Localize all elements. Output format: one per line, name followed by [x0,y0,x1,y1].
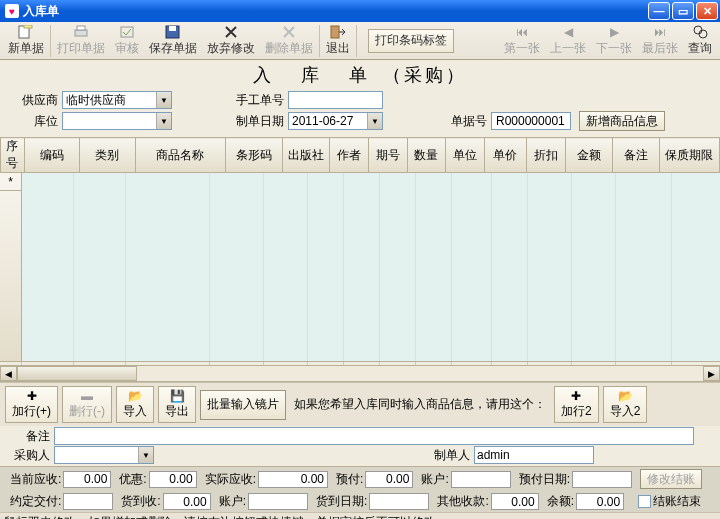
header-form: 供应商 临时供应商▼ 手工单号 库位 ▼ 制单日期 2011-06-27▼ 单据… [0,89,720,137]
export-button[interactable]: 💾导出 [158,386,196,423]
discard-button[interactable]: 放弃修改 [202,24,260,58]
make-date-picker[interactable]: 2011-06-27▼ [288,112,383,130]
nav-next-button[interactable]: ▶下一张 [591,24,637,58]
exit-button[interactable]: 退出 [321,24,355,58]
supplier-combo[interactable]: 临时供应商▼ [62,91,172,109]
totals-cell [616,362,672,365]
horizontal-scrollbar[interactable]: ◀ ▶ [0,365,720,382]
del-row-button[interactable]: ▬删行(-) [62,386,112,423]
owed-label: 货到收: [115,493,160,510]
remark-label: 备注 [6,428,54,445]
discount-label: 优惠: [113,471,146,488]
cur-recv-label: 当前应收: [4,471,61,488]
column-header[interactable]: 商品名称 [135,138,225,173]
next-icon: ▶ [605,25,623,40]
add-goods-button[interactable]: 新增商品信息 [579,111,665,131]
column-header[interactable]: 保质期限 [659,138,719,173]
column-header[interactable]: 金额 [565,138,612,173]
totals-cell: 0.00 [528,362,572,365]
scroll-right-icon[interactable]: ▶ [703,366,720,381]
print-doc-button[interactable]: 打印单据 [52,24,110,58]
column-header[interactable]: 序号 [1,138,25,173]
exit-icon [329,25,347,40]
column-header[interactable]: 备注 [612,138,659,173]
add-row-button[interactable]: ✚加行(+) [5,386,58,423]
agreed-field[interactable] [63,493,113,510]
import2-button[interactable]: 📂导入2 [603,386,648,423]
account-label: 账户: [415,471,448,488]
close-button[interactable]: ✕ [696,2,718,20]
close-checkbox[interactable] [638,495,651,508]
doc-no-value: R000000001 [491,112,571,130]
column-header[interactable]: 数量 [407,138,446,173]
column-header[interactable]: 作者 [330,138,369,173]
batch-lens-button[interactable]: 批量输入镜片 [200,390,286,420]
real-recv-field[interactable]: 0.00 [258,471,328,488]
import-button[interactable]: 📂导入 [116,386,154,423]
svg-rect-1 [24,25,32,28]
delete-doc-button[interactable]: 删除单据 [260,24,318,58]
save-icon [164,25,182,40]
main-grid[interactable]: 序号编码类别商品名称条形码出版社作者期号数量单位单价折扣金额备注保质期限 * 0… [0,137,720,365]
cur-recv-field[interactable]: 0.00 [63,471,111,488]
make-date-label: 制单日期 [232,113,288,130]
minimize-button[interactable]: — [648,2,670,20]
owed-date-label: 货到日期: [310,493,367,510]
account-field[interactable] [451,471,511,488]
totals-cell: 0 [380,362,416,365]
column-header[interactable]: 条形码 [225,138,283,173]
add-row2-button[interactable]: ✚加行2 [554,386,599,423]
first-icon: ⏮ [513,25,531,40]
column-header[interactable]: 编码 [24,138,80,173]
maker-input[interactable] [474,446,594,464]
svg-rect-2 [75,30,87,36]
print-icon [72,25,90,40]
hint-text: 如果您希望入库同时输入商品信息，请用这个： [290,396,550,413]
audit-button[interactable]: 审核 [110,24,144,58]
maximize-button[interactable]: ▭ [672,2,694,20]
totals-band: 当前应收:0.00 优惠:0.00 实际应收:0.00 预付:0.00 账户: … [0,466,720,512]
totals-cell [126,362,210,365]
remark-input[interactable] [54,427,694,445]
svg-rect-7 [331,26,339,38]
column-header[interactable]: 折扣 [527,138,566,173]
title-bar: ♥ 入库单 — ▭ ✕ [0,0,720,22]
print-barcode-button[interactable]: 打印条码标签 [368,29,454,53]
chevron-down-icon: ▼ [367,113,382,129]
balance-field[interactable]: 0.00 [576,493,624,510]
column-header[interactable]: 期号 [369,138,408,173]
discount-field[interactable]: 0.00 [149,471,197,488]
scroll-thumb[interactable] [17,366,137,381]
owed-field[interactable]: 0.00 [163,493,211,510]
chevron-down-icon: ▼ [156,113,171,129]
buyer-combo[interactable]: ▼ [54,446,154,464]
save-doc-button[interactable]: 保存单据 [144,24,202,58]
column-header[interactable]: 单价 [484,138,527,173]
scroll-left-icon[interactable]: ◀ [0,366,17,381]
query-button[interactable]: 查询 [683,24,717,58]
nav-first-button[interactable]: ⏮第一张 [499,24,545,58]
other-recv-field[interactable]: 0.00 [491,493,539,510]
folder-open-icon: 📂 [618,389,633,403]
prepay-field[interactable]: 0.00 [365,471,413,488]
owed-acct-field[interactable] [248,493,308,510]
supplier-label: 供应商 [6,92,62,109]
insert-row-indicator: * [0,173,21,191]
new-doc-button[interactable]: 新单据 [3,24,49,58]
last-icon: ⏭ [651,25,669,40]
folder-open-icon: 📂 [128,389,143,403]
column-header[interactable]: 出版社 [283,138,330,173]
totals-cell [344,362,380,365]
svg-rect-4 [121,27,133,37]
prepay-date-field[interactable] [572,471,632,488]
owed-date-field[interactable] [369,493,429,510]
column-header[interactable]: 单位 [446,138,485,173]
nav-prev-button[interactable]: ◀上一张 [545,24,591,58]
nav-last-button[interactable]: ⏭最后张 [637,24,683,58]
edit-sum-button[interactable]: 修改结账 [640,469,702,489]
totals-cell [308,362,344,365]
warehouse-combo[interactable]: ▼ [62,112,172,130]
column-header[interactable]: 类别 [80,138,136,173]
svg-rect-3 [77,26,85,30]
manual-no-input[interactable] [288,91,383,109]
